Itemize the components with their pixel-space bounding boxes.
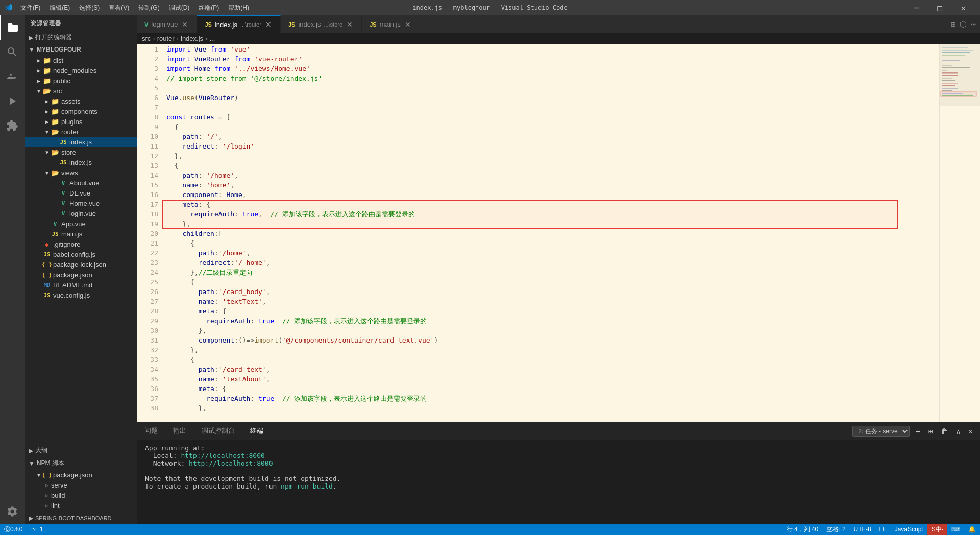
maximize-panel-icon[interactable]: ∧: [954, 426, 962, 436]
tab-login-vue[interactable]: V login.vue ✕: [137, 15, 197, 33]
tree-item-app-vue[interactable]: ▶ V App.vue: [24, 218, 137, 229]
status-keyboard[interactable]: ⌨: [947, 524, 964, 535]
panel-tab-output[interactable]: 输出: [165, 422, 194, 440]
status-indent[interactable]: 空格: 2: [822, 524, 849, 535]
tree-item-src[interactable]: ▼ 📂 src: [24, 86, 137, 96]
status-encoding[interactable]: UTF-8: [850, 524, 875, 535]
tree-item-node-modules[interactable]: ▶ 📁 node_modules: [24, 65, 137, 76]
outline-section[interactable]: ▶ 大纲: [24, 444, 137, 457]
tab-close-main-js[interactable]: ✕: [404, 20, 412, 29]
breadcrumb-src[interactable]: src: [142, 35, 151, 42]
error-count: 0: [10, 526, 14, 533]
more-actions-icon[interactable]: ⋯: [971, 19, 976, 29]
tree-item-npm-serve[interactable]: ▷ serve: [24, 480, 137, 490]
tree-item-login-vue[interactable]: ▶ V login.vue: [24, 208, 137, 218]
tab-main-js[interactable]: JS main.js ✕: [362, 15, 420, 33]
menu-select[interactable]: 选择(S): [75, 3, 104, 13]
tree-item-router[interactable]: ▼ 📂 router: [24, 127, 137, 137]
menu-debug[interactable]: 调试(D): [165, 3, 194, 13]
split-editor-icon[interactable]: ⊞: [951, 19, 956, 29]
status-line-ending[interactable]: LF: [875, 524, 891, 535]
menu-goto[interactable]: 转到(G): [134, 3, 163, 13]
breadcrumb-router[interactable]: router: [157, 35, 175, 42]
code-content[interactable]: import Vue from 'vue' import VueRouter f…: [162, 44, 939, 413]
tab-close-router-index[interactable]: ✕: [264, 20, 273, 29]
close-button[interactable]: ✕: [951, 0, 975, 15]
task-select[interactable]: 2: 任务 - serve: [852, 426, 910, 437]
tree-item-npm-package[interactable]: ▼ { } package.json: [24, 470, 137, 480]
files-activity-icon[interactable]: [0, 15, 24, 40]
git-activity-icon[interactable]: [0, 64, 24, 89]
tree-item-store-index[interactable]: ▶ JS index.js: [24, 157, 137, 167]
tree-item-public[interactable]: ▶ 📁 public: [24, 76, 137, 86]
toggle-sidebar-icon[interactable]: ⬡: [960, 19, 967, 29]
code-line-31: component:()=>import('@/components/conta…: [166, 335, 939, 345]
tree-item-main-js[interactable]: ▶ JS main.js: [24, 229, 137, 239]
tab-store-index[interactable]: JS index.js ...\store ✕: [281, 15, 362, 33]
code-line-13: {: [166, 161, 939, 171]
status-sync[interactable]: ⌥ 1: [27, 524, 47, 535]
spring-boot-section[interactable]: ▶ SPRING-BOOT DASHBOARD: [24, 513, 137, 524]
menu-file[interactable]: 文件(F): [16, 3, 44, 13]
settings-activity-icon[interactable]: [0, 499, 24, 524]
search-activity-icon[interactable]: [0, 40, 24, 64]
split-terminal-icon[interactable]: ⊞: [926, 426, 935, 436]
panel-tab-problems[interactable]: 问题: [137, 422, 165, 440]
breadcrumb-indexjs[interactable]: index.js: [181, 35, 203, 42]
tree-item-router-index[interactable]: ▶ JS index.js: [24, 137, 137, 147]
close-panel-icon[interactable]: ✕: [967, 426, 975, 436]
npm-scripts-section[interactable]: ▼ NPM 脚本: [24, 457, 137, 470]
tree-item-views[interactable]: ▼ 📂 views: [24, 167, 137, 178]
tree-item-components[interactable]: ▶ 📁 components: [24, 106, 137, 116]
minimize-button[interactable]: ─: [904, 0, 928, 15]
breadcrumb-ellipsis[interactable]: ...: [209, 35, 215, 42]
maximize-button[interactable]: □: [928, 0, 951, 15]
tree-item-assets[interactable]: ▶ 📁 assets: [24, 96, 137, 106]
menu-view[interactable]: 查看(V): [105, 3, 133, 13]
kill-terminal-icon[interactable]: 🗑: [939, 426, 950, 436]
tree-item-store[interactable]: ▼ 📂 store: [24, 147, 137, 157]
tree-item-dist[interactable]: ▶ 📁 dist: [24, 55, 137, 65]
open-editors-section[interactable]: ▶ 打开的编辑器: [24, 31, 137, 44]
tab-close-login-vue[interactable]: ✕: [181, 20, 189, 29]
tree-item-npm-build[interactable]: ▷ build: [24, 490, 137, 500]
tree-item-home-vue[interactable]: ▶ V Home.vue: [24, 198, 137, 208]
tree-item-package-lock[interactable]: ▶ { } package-lock.json: [24, 259, 137, 270]
project-section[interactable]: ▼ MYBLOGFOUR: [24, 44, 137, 55]
tree-item-package-json[interactable]: ▶ { } package.json: [24, 270, 137, 280]
tree-item-vue-config[interactable]: ▶ JS vue.config.js: [24, 290, 137, 300]
debug-activity-icon[interactable]: [0, 89, 24, 113]
sync-icon: ⌥ 1: [31, 526, 43, 533]
status-cursor-position[interactable]: 行 4，列 40: [782, 524, 823, 535]
panel-tab-terminal[interactable]: 终端: [242, 422, 271, 440]
tab-router-index[interactable]: JS index.js ...\router ✕: [197, 15, 281, 33]
add-terminal-icon[interactable]: +: [914, 426, 922, 436]
code-line-19: },: [166, 219, 939, 229]
line-num-14: 14: [137, 171, 158, 180]
local-url[interactable]: http://localhost:8000: [181, 452, 264, 459]
tree-item-npm-lint[interactable]: ▷ lint: [24, 500, 137, 510]
tree-item-about-vue[interactable]: ▶ V About.vue: [24, 178, 137, 188]
tree-item-gitignore[interactable]: ▶ ◆ .gitignore: [24, 239, 137, 249]
tree-item-readme[interactable]: ▶ MD README.md: [24, 280, 137, 290]
md-file-icon: MD: [43, 281, 51, 289]
menu-terminal[interactable]: 终端(P): [194, 3, 223, 13]
status-notifications[interactable]: 🔔: [964, 524, 980, 535]
menu-help[interactable]: 帮助(H): [224, 3, 253, 13]
tree-item-plugins[interactable]: ▶ 📁 plugins: [24, 116, 137, 127]
code-line-21: {: [166, 238, 939, 248]
tree-label-public: public: [53, 77, 70, 85]
extensions-activity-icon[interactable]: [0, 113, 24, 138]
tab-close-store-index[interactable]: ✕: [346, 20, 354, 29]
menu-edit[interactable]: 编辑(E): [45, 3, 74, 13]
run-icon: ▷: [43, 491, 51, 499]
network-url[interactable]: http://localhost:8000: [189, 459, 273, 467]
token-vue: Vue: [194, 44, 206, 54]
status-language[interactable]: JavaScript: [891, 524, 927, 535]
status-errors-warnings[interactable]: ⓪ 0 ⚠ 0: [0, 524, 27, 535]
npm-run-build-link[interactable]: npm run build: [281, 482, 333, 490]
tree-item-babel[interactable]: ▶ JS babel.config.js: [24, 249, 137, 259]
panel-tab-debug-console[interactable]: 调试控制台: [194, 422, 242, 440]
tree-item-dl-vue[interactable]: ▶ V DL.vue: [24, 188, 137, 198]
status-ime[interactable]: S中·: [927, 524, 947, 535]
